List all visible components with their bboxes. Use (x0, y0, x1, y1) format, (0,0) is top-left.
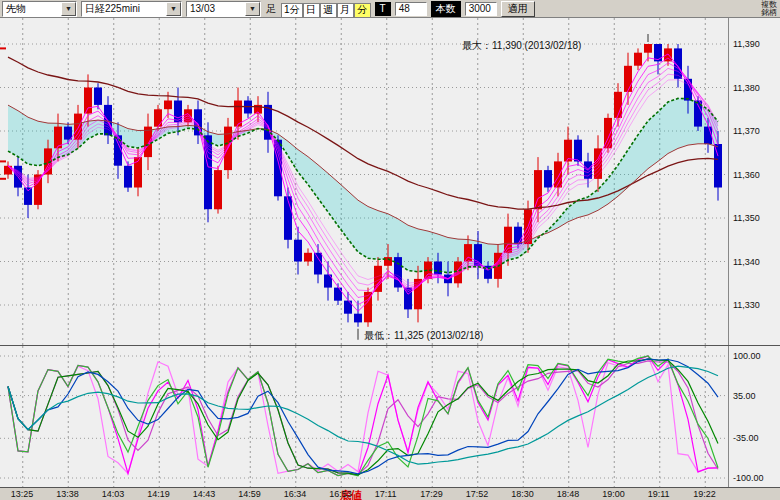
time-axis-label: 14:19 (147, 489, 170, 499)
bar-type-label: 足 (266, 2, 276, 16)
time-axis-label: 16:34 (284, 489, 307, 499)
oscillator-axis-label: -35.00 (733, 433, 759, 443)
time-axis-label: 18:48 (557, 489, 580, 499)
instrument-select[interactable]: 日経225mini ▼ (81, 1, 182, 17)
time-axis-label: 14:43 (193, 489, 216, 499)
instrument-type-value: 先物 (3, 2, 61, 16)
time-axis-label: 14:59 (238, 489, 261, 499)
time-axis-label: 19:11 (648, 489, 670, 499)
apply-button[interactable]: 適用 (501, 1, 535, 17)
time-axis-label: 14:03 (102, 489, 125, 499)
chevron-down-icon[interactable]: ▼ (166, 2, 181, 16)
instrument-value: 日経225mini (82, 2, 166, 16)
period-button-分[interactable]: 分 (354, 3, 371, 18)
period-button-group: 1分日週月分 (281, 0, 371, 18)
price-axis-label: 11,380 (733, 83, 760, 93)
price-axis-label: 11,330 (733, 300, 760, 310)
time-axis-label: 16:53 (329, 489, 352, 499)
time-axis-label: 13:38 (56, 489, 79, 499)
time-axis-label: 18:30 (511, 489, 534, 499)
time-axis-label: 13:25 (11, 489, 34, 499)
time-axis-label: 19:00 (602, 489, 625, 499)
period-button-週[interactable]: 週 (320, 3, 337, 18)
price-axis-label: 11,390 (733, 39, 760, 49)
time-axis-label: 17:29 (420, 489, 443, 499)
period-button-日[interactable]: 日 (303, 3, 320, 18)
bar-count-input[interactable]: 3000 (465, 2, 497, 16)
contract-month-value: 13/03 (187, 3, 245, 14)
oscillator-panel: 100.0035.00-35.00-100.00 (0, 345, 780, 487)
price-chart[interactable] (0, 18, 728, 345)
tick-count-input[interactable]: 48 (395, 2, 427, 16)
bar-count-label: 本数 (431, 1, 461, 17)
price-axis-label: 11,360 (733, 170, 760, 180)
time-axis: 底値 13:2513:3814:0314:1914:4314:5916:3416… (0, 487, 780, 500)
price-chart-panel: 11,39011,38011,37011,36011,35011,34011,3… (0, 18, 780, 345)
multi-symbol-button[interactable]: 複数銘柄 (760, 1, 778, 17)
tick-mode-button[interactable]: T (375, 2, 391, 16)
price-axis-label: 11,370 (733, 126, 760, 136)
price-axis: 11,39011,38011,37011,36011,35011,34011,3… (728, 18, 780, 345)
price-axis-label: 11,350 (733, 213, 760, 223)
price-axis-label: 11,340 (733, 257, 760, 267)
oscillator-chart[interactable] (0, 346, 728, 487)
instrument-type-select[interactable]: 先物 ▼ (2, 1, 77, 17)
toolbar: 先物 ▼ 日経225mini ▼ 13/03 ▼ 足 1分日週月分 T 48 本… (0, 0, 780, 18)
oscillator-axis-label: -100.00 (733, 473, 764, 483)
max-price-annotation: 最大：11,390 (2013/02/18) (462, 39, 581, 53)
period-button-1分[interactable]: 1分 (281, 3, 303, 18)
oscillator-axis: 100.0035.00-35.00-100.00 (728, 346, 780, 487)
contract-month-select[interactable]: 13/03 ▼ (186, 1, 261, 17)
time-axis-label: 17:11 (375, 489, 397, 499)
period-button-月[interactable]: 月 (337, 3, 354, 18)
min-price-annotation: 最低：11,325 (2013/02/18) (364, 329, 483, 343)
time-axis-label: 17:52 (466, 489, 489, 499)
oscillator-axis-label: 100.00 (733, 351, 761, 361)
time-axis-label: 19:22 (693, 489, 716, 499)
oscillator-axis-label: 35.00 (733, 391, 756, 401)
trading-chart-window: 先物 ▼ 日経225mini ▼ 13/03 ▼ 足 1分日週月分 T 48 本… (0, 0, 780, 500)
chevron-down-icon[interactable]: ▼ (245, 2, 260, 16)
chevron-down-icon[interactable]: ▼ (61, 2, 76, 16)
